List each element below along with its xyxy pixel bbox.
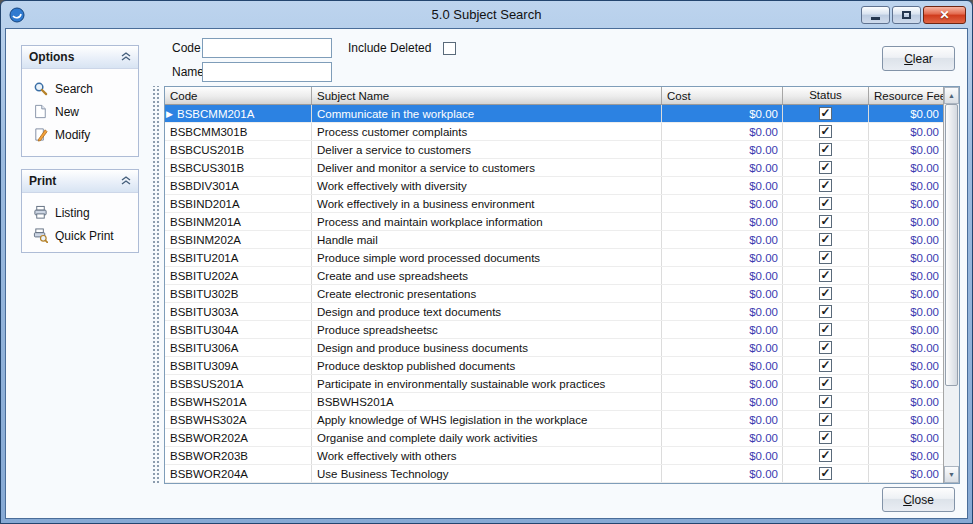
- cell-status: ✓: [783, 321, 869, 338]
- status-checkbox[interactable]: ✓: [819, 107, 832, 120]
- table-row[interactable]: BSBITU304A Produce spreadsheetsc $0.00 ✓…: [165, 321, 943, 339]
- cell-resource-fee: $0.00: [869, 213, 943, 230]
- maximize-button[interactable]: [892, 6, 921, 24]
- status-checkbox[interactable]: ✓: [819, 197, 832, 210]
- table-row[interactable]: BSBDIV301A Work effectively with diversi…: [165, 177, 943, 195]
- table-row[interactable]: BSBSUS201A Participate in environmentall…: [165, 375, 943, 393]
- status-checkbox[interactable]: ✓: [819, 341, 832, 354]
- status-checkbox[interactable]: ✓: [819, 413, 832, 426]
- table-row[interactable]: BSBWOR204A Use Business Technology $0.00…: [165, 465, 943, 483]
- cell-cost: $0.00: [662, 357, 783, 374]
- cell-code: BSBWOR202A: [165, 429, 312, 446]
- column-header-status[interactable]: Status: [783, 87, 869, 104]
- table-row[interactable]: BSBITU202A Create and use spreadsheets $…: [165, 267, 943, 285]
- close-button[interactable]: Close: [882, 487, 955, 512]
- print-panel-header[interactable]: Print: [22, 170, 138, 193]
- sidebar-item-quick-print[interactable]: Quick Print: [22, 224, 138, 247]
- scroll-down-button[interactable]: ▼: [944, 466, 959, 483]
- collapse-chevron-icon[interactable]: [121, 50, 131, 64]
- cell-status: ✓: [783, 213, 869, 230]
- column-header-subject-name[interactable]: Subject Name: [312, 87, 662, 104]
- close-window-button[interactable]: ✕: [923, 6, 966, 24]
- table-row[interactable]: BSBWOR203B Work effectively with others …: [165, 447, 943, 465]
- table-row[interactable]: BSBCUS301B Deliver and monitor a service…: [165, 159, 943, 177]
- status-checkbox[interactable]: ✓: [819, 251, 832, 264]
- scrollbar-track[interactable]: [944, 104, 959, 466]
- cell-cost: $0.00: [662, 159, 783, 176]
- search-form: Code Include Deleted Name: [164, 37, 684, 85]
- cell-subject-name: Create electronic presentations: [312, 285, 662, 302]
- status-checkbox[interactable]: ✓: [819, 449, 832, 462]
- collapse-chevron-icon[interactable]: [121, 174, 131, 188]
- status-checkbox[interactable]: ✓: [819, 377, 832, 390]
- include-deleted-checkbox[interactable]: [443, 42, 456, 55]
- column-header-cost[interactable]: Cost: [662, 87, 783, 104]
- status-checkbox[interactable]: ✓: [819, 215, 832, 228]
- clear-button[interactable]: Clear: [882, 46, 955, 71]
- table-row[interactable]: BSBCUS201B Deliver a service to customer…: [165, 141, 943, 159]
- cell-code: BSBINM202A: [165, 231, 312, 248]
- sidebar-item-search[interactable]: Search: [22, 77, 138, 100]
- minimize-button[interactable]: [861, 6, 890, 24]
- status-checkbox[interactable]: ✓: [819, 233, 832, 246]
- status-checkbox[interactable]: ✓: [819, 161, 832, 174]
- cell-code: BSBITU304A: [165, 321, 312, 338]
- table-row[interactable]: BSBITU302B Create electronic presentatio…: [165, 285, 943, 303]
- app-icon: [9, 6, 26, 23]
- status-checkbox[interactable]: ✓: [819, 323, 832, 336]
- cell-code-text: BSBCUS301B: [170, 162, 244, 174]
- title-bar[interactable]: 5.0 Subject Search ✕: [5, 1, 968, 28]
- status-checkbox[interactable]: ✓: [819, 305, 832, 318]
- minimize-icon: [871, 17, 880, 20]
- table-row[interactable]: BSBITU303A Design and produce text docum…: [165, 303, 943, 321]
- vertical-scrollbar[interactable]: ▲ ▼: [943, 87, 959, 483]
- table-row[interactable]: BSBIND201A Work effectively in a busines…: [165, 195, 943, 213]
- status-checkbox[interactable]: ✓: [819, 143, 832, 156]
- cell-resource-fee: $0.00: [869, 285, 943, 302]
- status-checkbox[interactable]: ✓: [819, 395, 832, 408]
- scrollbar-thumb[interactable]: [945, 104, 958, 386]
- code-label: Code: [164, 41, 202, 55]
- table-row[interactable]: BSBCMM301B Process customer complaints $…: [165, 123, 943, 141]
- status-checkbox[interactable]: ✓: [819, 431, 832, 444]
- status-checkbox[interactable]: ✓: [819, 467, 832, 480]
- table-row[interactable]: BSBITU306A Design and produce business d…: [165, 339, 943, 357]
- code-input[interactable]: [202, 38, 332, 58]
- splitter-handle[interactable]: [151, 86, 159, 484]
- table-row[interactable]: ▶BSBCMM201A Communicate in the workplace…: [165, 105, 943, 123]
- search-icon: [32, 81, 48, 96]
- name-input[interactable]: [202, 62, 332, 82]
- cell-status: ✓: [783, 159, 869, 176]
- cell-status: ✓: [783, 375, 869, 392]
- status-checkbox[interactable]: ✓: [819, 287, 832, 300]
- sidebar-item-modify[interactable]: Modify: [22, 123, 138, 146]
- table-row[interactable]: BSBWHS302A Apply knowledge of WHS legisl…: [165, 411, 943, 429]
- cell-resource-fee: $0.00: [869, 393, 943, 410]
- status-checkbox[interactable]: ✓: [819, 269, 832, 282]
- cell-cost: $0.00: [662, 303, 783, 320]
- table-row[interactable]: BSBITU309A Produce desktop published doc…: [165, 357, 943, 375]
- table-row[interactable]: BSBITU201A Produce simple word processed…: [165, 249, 943, 267]
- table-row[interactable]: BSBINM201A Process and maintain workplac…: [165, 213, 943, 231]
- selected-row-marker: ▶: [166, 106, 173, 122]
- column-header-code[interactable]: Code: [165, 87, 312, 104]
- status-checkbox[interactable]: ✓: [819, 359, 832, 372]
- options-panel-items: Search New Modify: [22, 69, 138, 150]
- status-checkbox[interactable]: ✓: [819, 125, 832, 138]
- scroll-up-button[interactable]: ▲: [944, 87, 959, 104]
- cell-resource-fee: $0.00: [869, 231, 943, 248]
- cell-code-text: BSBDIV301A: [170, 180, 239, 192]
- table-row[interactable]: BSBINM202A Handle mail $0.00 ✓ $0.00: [165, 231, 943, 249]
- sidebar-item-listing[interactable]: Listing: [22, 201, 138, 224]
- cell-code-text: BSBWOR202A: [170, 432, 248, 444]
- options-panel-header[interactable]: Options: [22, 46, 138, 69]
- name-label: Name: [164, 65, 202, 79]
- status-checkbox[interactable]: ✓: [819, 179, 832, 192]
- table-row[interactable]: BSBWOR202A Organise and complete daily w…: [165, 429, 943, 447]
- sidebar-item-new[interactable]: New: [22, 100, 138, 123]
- cell-resource-fee: $0.00: [869, 105, 943, 122]
- cell-status: ✓: [783, 195, 869, 212]
- table-row[interactable]: BSBWHS201A BSBWHS201A $0.00 ✓ $0.00: [165, 393, 943, 411]
- column-header-resource-fee[interactable]: Resource Fee: [869, 87, 943, 104]
- cell-code: ▶BSBCMM201A: [165, 105, 312, 122]
